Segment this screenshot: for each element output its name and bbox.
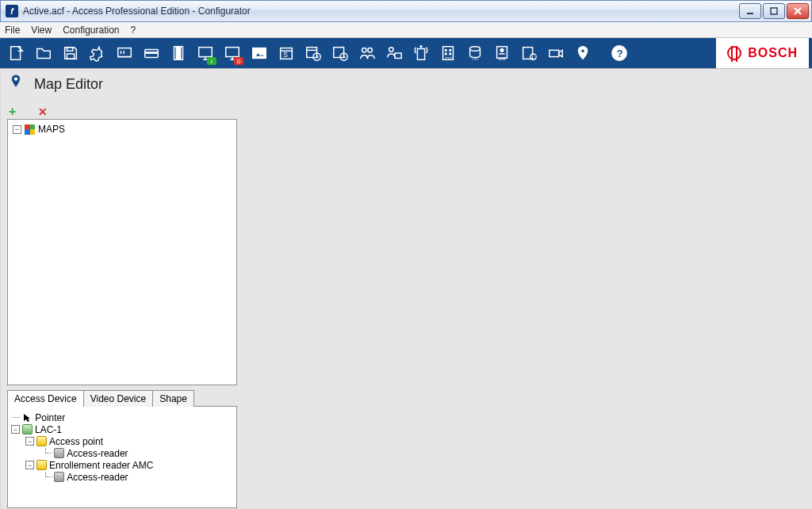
database-txt-icon[interactable]: TXT	[462, 40, 488, 67]
app-icon: f	[6, 5, 18, 17]
camera-icon[interactable]	[542, 40, 569, 67]
svg-point-36	[362, 48, 367, 53]
svg-point-51	[500, 49, 504, 52]
card-icon[interactable]	[138, 40, 165, 67]
delete-map-button[interactable]: ✕	[38, 106, 48, 117]
reader-small-icon	[54, 448, 64, 458]
device-tabs: Access Device Video Device Shape	[7, 390, 237, 407]
svg-rect-27	[307, 48, 317, 58]
maximize-button[interactable]	[763, 3, 785, 19]
tab-video-device[interactable]: Video Device	[83, 390, 154, 407]
svg-point-62	[14, 77, 17, 80]
svg-point-37	[368, 48, 373, 53]
reader-small2-icon	[54, 472, 64, 482]
settings-icon[interactable]	[84, 40, 111, 67]
window-buttons	[739, 3, 809, 19]
svg-text:TXT: TXT	[472, 57, 479, 61]
window-title: Active.acf - Access Professional Edition…	[23, 6, 251, 17]
new-icon[interactable]	[3, 40, 30, 67]
keypad-icon[interactable]: TXT	[435, 40, 462, 67]
bosch-ring-icon	[727, 46, 741, 60]
enroll-toggle-icon[interactable]: −	[25, 461, 34, 469]
persons-icon[interactable]	[354, 40, 381, 67]
svg-line-31	[317, 57, 319, 58]
brand-text: BOSCH	[748, 46, 798, 60]
tree-toolbar: + ✕	[1, 103, 812, 117]
calendar-clock-icon[interactable]	[300, 40, 327, 67]
schedule-icon[interactable]: S	[273, 40, 300, 67]
svg-rect-1	[771, 8, 777, 14]
tab-shape[interactable]: Shape	[152, 390, 194, 407]
person-card-icon[interactable]	[381, 40, 408, 67]
device-label-reader1: Access-reader	[67, 448, 128, 459]
svg-text:?: ?	[617, 48, 623, 59]
ap-toggle-icon[interactable]: −	[25, 437, 34, 446]
content-area: Map Editor + ✕ − MAPS Access Device Vide…	[1, 68, 812, 509]
door-icon[interactable]	[165, 40, 192, 67]
svg-rect-57	[550, 50, 559, 56]
signal-icon[interactable]	[408, 40, 435, 67]
svg-point-38	[389, 48, 394, 52]
device-label-access-point: Access point	[49, 436, 103, 447]
minimize-button[interactable]	[739, 3, 761, 19]
svg-point-46	[450, 53, 451, 55]
device-label-lac: LAC-1	[35, 424, 62, 435]
svg-point-15	[178, 52, 180, 54]
maps-color-icon	[25, 124, 35, 135]
device-label-pointer: Pointer	[35, 412, 65, 423]
monitor-info-icon[interactable]: i	[192, 40, 219, 67]
controller-board-icon	[22, 424, 33, 434]
tree-label-maps: MAPS	[38, 124, 65, 135]
door-small-icon	[36, 436, 47, 446]
menu-view[interactable]: View	[31, 25, 52, 36]
save-icon[interactable]	[57, 40, 84, 67]
svg-point-41	[420, 46, 422, 48]
device-tree-panel[interactable]: ┈┈ Pointer − LAC-1 − Access point └┈ Acc…	[7, 407, 237, 508]
device-row-pointer[interactable]: ┈┈ Pointer	[11, 411, 233, 423]
device-row-reader2[interactable]: └┈ Access-reader	[11, 471, 233, 483]
svg-text:S: S	[283, 52, 288, 59]
tree-row-maps[interactable]: − MAPS	[13, 123, 232, 136]
door-small2-icon	[36, 460, 47, 470]
map-pin-section-icon	[9, 74, 23, 95]
device-row-reader1[interactable]: └┈ Access-reader	[11, 447, 233, 459]
lac-toggle-icon[interactable]: −	[11, 425, 20, 434]
section-header: Map Editor	[1, 69, 812, 103]
svg-line-35	[344, 57, 346, 58]
svg-rect-19	[226, 48, 239, 57]
report-icon[interactable]: W	[515, 40, 542, 67]
add-map-button[interactable]: +	[9, 106, 16, 117]
svg-rect-6	[67, 54, 74, 59]
svg-text:DAT: DAT	[499, 57, 506, 61]
svg-point-45	[445, 53, 446, 55]
toolbar: i 0 S TXT TXT DAT W ? BOSCH	[0, 38, 812, 68]
titlebar: f Active.acf - Access Professional Editi…	[0, 0, 812, 22]
svg-text:W: W	[532, 54, 537, 59]
svg-point-44	[450, 49, 451, 51]
badge-dat-icon[interactable]: DAT	[488, 40, 515, 67]
open-icon[interactable]	[30, 40, 57, 67]
tree-toggle-icon[interactable]: −	[13, 125, 21, 134]
svg-rect-7	[118, 48, 132, 57]
menu-help[interactable]: ?	[131, 25, 136, 36]
menu-file[interactable]: File	[5, 25, 20, 36]
monitor-alert-icon[interactable]: 0	[219, 40, 246, 67]
brand-logo: BOSCH	[716, 38, 809, 68]
calendar-clock2-icon[interactable]	[327, 40, 354, 67]
badge-info-icon: i	[207, 57, 216, 65]
controller-icon[interactable]	[111, 40, 138, 67]
help-icon[interactable]: ?	[606, 40, 633, 67]
map-pin-icon[interactable]	[569, 40, 596, 67]
device-row-access-point[interactable]: − Access point	[11, 435, 233, 447]
image-icon[interactable]	[246, 40, 273, 67]
close-button[interactable]	[787, 3, 809, 19]
maps-tree-panel[interactable]: − MAPS	[7, 119, 237, 385]
tab-access-device[interactable]: Access Device	[7, 390, 84, 407]
section-title: Map Editor	[34, 76, 103, 93]
menu-configuration[interactable]: Configuration	[63, 25, 119, 36]
device-row-enrollment[interactable]: − Enrollement reader AMC	[11, 459, 233, 471]
device-row-lac[interactable]: − LAC-1	[11, 423, 233, 435]
menubar: File View Configuration ?	[0, 22, 812, 38]
svg-point-48	[470, 47, 481, 52]
device-label-reader2: Access-reader	[67, 472, 128, 483]
